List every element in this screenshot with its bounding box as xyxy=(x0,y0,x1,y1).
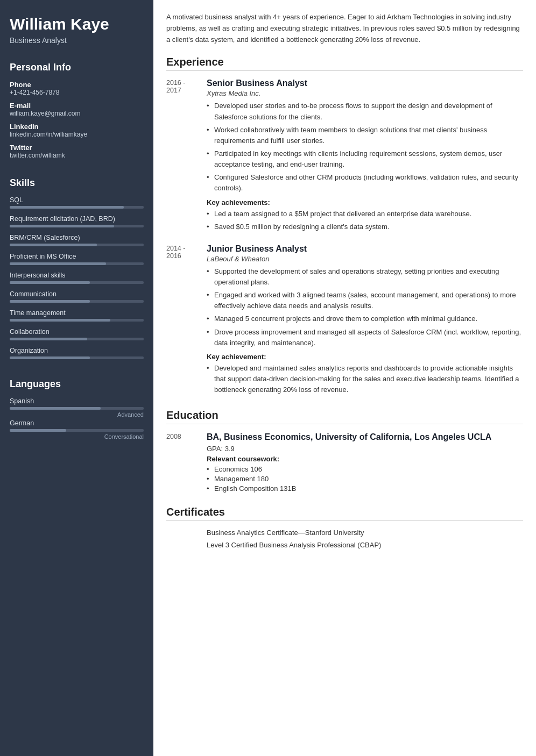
skill-item: BRM/CRM (Salesforce) xyxy=(10,234,144,246)
exp-bullet: Developed user stories and to-be process… xyxy=(207,101,523,122)
edu-detail: BA, Business Economics, University of Ca… xyxy=(207,432,523,494)
language-name: German xyxy=(10,419,144,427)
exp-bullet: Configured Salesforce and other CRM prod… xyxy=(207,172,523,194)
edu-date: 2008 xyxy=(166,432,207,494)
skill-bar xyxy=(10,356,144,359)
exp-company: LaBeouf & Wheaton xyxy=(207,255,523,263)
exp-detail: Junior Business Analyst LaBeouf & Wheato… xyxy=(207,244,523,397)
experience-title: Experience xyxy=(166,56,523,71)
skill-name: Collaboration xyxy=(10,328,144,336)
exp-achievement-title: Key achievement: xyxy=(207,353,523,361)
exp-detail: Senior Business Analyst Xytras Media Inc… xyxy=(207,79,523,234)
twitter-label: Twitter xyxy=(10,144,144,152)
experience-entry: 2016 -2017 Senior Business Analyst Xytra… xyxy=(166,79,523,234)
language-level: Advanced xyxy=(117,411,144,418)
edu-gpa: GPA: 3.9 xyxy=(207,445,523,453)
certificate-entry: Level 3 Certified Business Analysis Prof… xyxy=(166,541,523,549)
info-email: E-mail william.kaye@gmail.com xyxy=(10,102,144,117)
languages-section: Languages Spanish Advanced German Conver… xyxy=(0,371,153,447)
exp-job-title: Senior Business Analyst xyxy=(207,79,523,88)
skill-name: Requirement elicitation (JAD, BRD) xyxy=(10,215,144,223)
phone-value: +1-421-456-7878 xyxy=(10,89,144,96)
certificates-section: Certificates Business Analytics Certific… xyxy=(166,506,523,549)
email-label: E-mail xyxy=(10,102,144,110)
email-value: william.kaye@gmail.com xyxy=(10,110,144,117)
info-phone: Phone +1-421-456-7878 xyxy=(10,81,144,96)
coursework-item: English Composition 131B xyxy=(207,484,523,493)
summary-text: A motivated business analyst with 4+ yea… xyxy=(166,12,523,45)
skill-item: Collaboration xyxy=(10,328,144,340)
candidate-name: William Kaye xyxy=(10,15,144,33)
skill-bar xyxy=(10,300,144,303)
language-name: Spanish xyxy=(10,397,144,405)
language-level: Conversational xyxy=(104,433,144,440)
skill-bar xyxy=(10,338,144,340)
sidebar-header: William Kaye Business Analyst xyxy=(0,0,153,54)
linkedin-value: linkedin.com/in/williamkaye xyxy=(10,131,144,138)
sidebar: William Kaye Business Analyst Personal I… xyxy=(0,0,153,756)
language-item: German Conversational xyxy=(10,419,144,432)
exp-bullet: Worked collaboratively with team members… xyxy=(207,125,523,146)
exp-achievement: Led a team assigned to a $5M project tha… xyxy=(207,209,523,219)
linkedin-label: LinkedIn xyxy=(10,123,144,131)
coursework-item: Management 180 xyxy=(207,475,523,483)
personal-info-title: Personal Info xyxy=(10,62,144,74)
exp-achievement: Developed and maintained sales analytics… xyxy=(207,363,523,395)
skill-name: Interpersonal skills xyxy=(10,272,144,279)
experience-section: Experience 2016 -2017 Senior Business An… xyxy=(166,56,523,397)
skill-bar xyxy=(10,206,144,209)
exp-bullet: Managed 5 concurrent projects and drove … xyxy=(207,313,523,324)
skill-item: SQL xyxy=(10,196,144,209)
language-item: Spanish Advanced xyxy=(10,397,144,410)
skill-item: Organization xyxy=(10,347,144,359)
main-content: A motivated business analyst with 4+ yea… xyxy=(153,0,536,756)
certificates-title: Certificates xyxy=(166,506,523,521)
skill-item: Requirement elicitation (JAD, BRD) xyxy=(10,215,144,227)
exp-job-title: Junior Business Analyst xyxy=(207,244,523,254)
skill-bar xyxy=(10,319,144,322)
education-title: Education xyxy=(166,409,523,424)
info-linkedin: LinkedIn linkedin.com/in/williamkaye xyxy=(10,123,144,138)
candidate-title: Business Analyst xyxy=(10,36,144,45)
edu-degree: BA, Business Economics, University of Ca… xyxy=(207,432,523,443)
exp-date: 2016 -2017 xyxy=(166,79,207,234)
languages-title: Languages xyxy=(10,379,144,391)
skill-item: Proficient in MS Office xyxy=(10,253,144,265)
skills-title: Skills xyxy=(10,177,144,190)
phone-label: Phone xyxy=(10,81,144,89)
exp-company: Xytras Media Inc. xyxy=(207,89,523,97)
skill-bar xyxy=(10,225,144,227)
certificate-text: Business Analytics Certificate—Stanford … xyxy=(207,529,523,537)
twitter-value: twitter.com/williamk xyxy=(10,152,144,159)
skill-item: Communication xyxy=(10,290,144,303)
education-entry: 2008 BA, Business Economics, University … xyxy=(166,432,523,494)
skill-name: Proficient in MS Office xyxy=(10,253,144,260)
education-section: Education 2008 BA, Business Economics, U… xyxy=(166,409,523,494)
exp-bullet: Supported the development of sales and o… xyxy=(207,266,523,288)
skills-section: Skills SQL Requirement elicitation (JAD,… xyxy=(0,170,153,371)
skill-bar xyxy=(10,281,144,284)
exp-bullet: Drove process improvement and managed al… xyxy=(207,327,523,348)
skill-name: Organization xyxy=(10,347,144,354)
skill-bar xyxy=(10,244,144,246)
info-twitter: Twitter twitter.com/williamk xyxy=(10,144,144,159)
language-bar xyxy=(10,429,144,432)
exp-achievement-title: Key achievements: xyxy=(207,198,523,206)
exp-achievement: Saved $0.5 million by redesigning a clie… xyxy=(207,222,523,232)
skill-name: Communication xyxy=(10,290,144,298)
personal-info-section: Personal Info Phone +1-421-456-7878 E-ma… xyxy=(0,54,153,170)
skill-bar xyxy=(10,262,144,265)
exp-bullet: Participated in key meetings with client… xyxy=(207,148,523,170)
edu-coursework-title: Relevant coursework: xyxy=(207,455,523,463)
experience-entry: 2014 -2016 Junior Business Analyst LaBeo… xyxy=(166,244,523,397)
exp-date: 2014 -2016 xyxy=(166,244,207,397)
certificate-entry: Business Analytics Certificate—Stanford … xyxy=(166,529,523,537)
language-bar xyxy=(10,407,144,410)
exp-bullet: Engaged and worked with 3 aligned teams … xyxy=(207,290,523,311)
skill-item: Time management xyxy=(10,309,144,322)
skill-item: Interpersonal skills xyxy=(10,272,144,284)
certificate-text: Level 3 Certified Business Analysis Prof… xyxy=(207,541,523,549)
skill-name: SQL xyxy=(10,196,144,204)
skill-name: BRM/CRM (Salesforce) xyxy=(10,234,144,241)
skill-name: Time management xyxy=(10,309,144,317)
